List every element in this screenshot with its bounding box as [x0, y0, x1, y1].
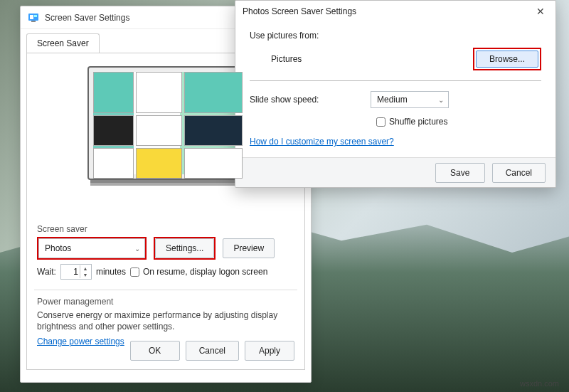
screensaver-app-icon — [28, 12, 39, 23]
settings-button[interactable]: Settings... — [155, 238, 214, 258]
svg-rect-2 — [34, 15, 37, 17]
screen-saver-section-label: Screen saver — [37, 224, 87, 234]
preview-button[interactable]: Preview — [223, 238, 275, 258]
slide-speed-dropdown[interactable]: Medium ⌄ — [371, 91, 449, 108]
cancel-button-2[interactable]: Cancel — [492, 163, 546, 183]
ok-button[interactable]: OK — [130, 341, 180, 361]
divider — [34, 290, 297, 290]
window2-titlebar: Photos Screen Saver Settings ✕ — [235, 1, 555, 22]
screensaver-dropdown[interactable]: Photos ⌄ — [38, 238, 145, 258]
window1-footer-buttons: OK Cancel Apply — [130, 341, 294, 361]
pictures-row: Pictures Browse... — [250, 48, 541, 70]
screen-saver-row: Photos ⌄ Settings... Preview — [37, 237, 275, 260]
slide-speed-value: Medium — [377, 95, 408, 105]
power-management-label: Power management — [37, 297, 113, 307]
window2-footer: Save Cancel — [235, 157, 555, 187]
shuffle-label: Shuffle pictures — [389, 117, 448, 127]
window1-title: Screen Saver Settings — [45, 13, 129, 23]
svg-rect-1 — [30, 15, 33, 19]
chevron-down-icon: ⌄ — [134, 245, 140, 253]
spinner-buttons[interactable]: ▲ ▼ — [80, 265, 90, 278]
watermark: wsxdn.com — [520, 379, 559, 388]
cancel-button[interactable]: Cancel — [186, 341, 239, 361]
slide-speed-label: Slide show speed: — [250, 95, 319, 105]
minutes-label: minutes — [96, 267, 126, 277]
wait-label: Wait: — [37, 267, 56, 277]
svg-rect-3 — [31, 21, 36, 22]
pictures-value: Pictures — [271, 54, 302, 64]
highlight-settings-button: Settings... — [154, 237, 216, 260]
browse-button[interactable]: Browse... — [476, 51, 538, 68]
spinner-down-icon[interactable]: ▼ — [80, 272, 90, 278]
window2-body: Use pictures from: Pictures Browse... Sl… — [235, 22, 555, 147]
chevron-down-icon: ⌄ — [438, 96, 444, 104]
use-pictures-from-label: Use pictures from: — [250, 31, 541, 41]
shuffle-field[interactable]: Shuffle pictures — [376, 117, 541, 127]
spinner-up-icon[interactable]: ▲ — [80, 265, 90, 272]
wait-input[interactable] — [61, 267, 80, 277]
highlight-dropdown: Photos ⌄ — [37, 237, 147, 260]
apply-button[interactable]: Apply — [245, 341, 294, 361]
save-button[interactable]: Save — [435, 163, 485, 183]
power-management-text: Conserve energy or maximize performance … — [37, 309, 294, 332]
shuffle-row: Shuffle pictures — [250, 117, 541, 127]
close-icon[interactable]: ✕ — [533, 6, 548, 17]
tab-screen-saver[interactable]: Screen Saver — [26, 33, 100, 53]
photos-screensaver-settings-window: Photos Screen Saver Settings ✕ Use pictu… — [235, 0, 556, 188]
screensaver-dropdown-value: Photos — [45, 243, 71, 253]
highlight-browse-button: Browse... — [473, 48, 541, 70]
wait-row: Wait: ▲ ▼ minutes On resume, display log… — [37, 264, 267, 280]
change-power-settings-link[interactable]: Change power settings — [37, 337, 124, 346]
window2-title: Photos Screen Saver Settings — [243, 6, 356, 16]
shuffle-checkbox[interactable] — [376, 117, 385, 127]
customize-help-link[interactable]: How do I customize my screen saver? — [250, 137, 394, 147]
on-resume-row[interactable]: On resume, display logon screen — [130, 267, 267, 277]
screensaver-preview-monitor — [87, 66, 244, 180]
window2-divider — [250, 80, 541, 81]
on-resume-label: On resume, display logon screen — [143, 267, 267, 277]
wait-spinner[interactable]: ▲ ▼ — [60, 264, 92, 280]
slide-speed-row: Slide show speed: Medium ⌄ — [250, 91, 541, 108]
on-resume-checkbox[interactable] — [130, 267, 139, 277]
